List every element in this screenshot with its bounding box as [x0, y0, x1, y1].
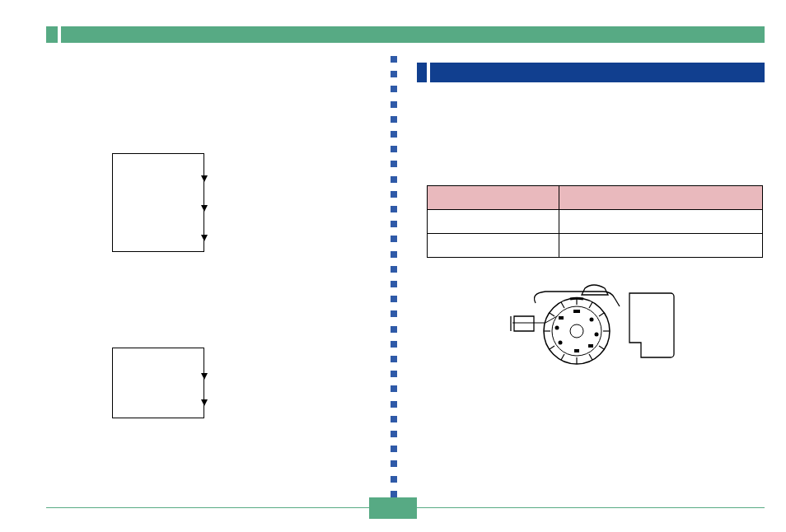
table-header-row	[428, 186, 763, 210]
chapter-title-notch	[46, 26, 58, 43]
svg-rect-19	[574, 349, 579, 352]
section-header-notch	[417, 63, 427, 82]
flow-diagram-2	[112, 348, 204, 418]
arrow-down-icon	[201, 235, 208, 241]
arrow-down-icon	[201, 175, 208, 182]
svg-rect-18	[588, 344, 593, 348]
page-number-badge	[369, 497, 417, 519]
arrow-down-icon	[201, 373, 208, 380]
table-row	[428, 210, 763, 234]
table-header-cell	[428, 186, 559, 210]
arrow-down-icon	[201, 399, 208, 406]
table-header-cell	[559, 186, 762, 210]
table-cell	[428, 210, 559, 234]
camera-mode-dial-illustration	[506, 280, 685, 371]
svg-point-16	[590, 318, 594, 322]
svg-point-21	[555, 326, 559, 330]
camera-dial-icon	[506, 280, 685, 371]
svg-point-20	[559, 341, 563, 345]
svg-rect-22	[559, 316, 564, 320]
table-cell	[428, 234, 559, 258]
chapter-title-main	[61, 26, 765, 43]
section-header-bar	[417, 63, 765, 82]
table-row	[428, 234, 763, 258]
section-header-main	[430, 63, 765, 82]
settings-table	[427, 185, 763, 258]
table-cell	[559, 210, 762, 234]
svg-point-17	[595, 333, 599, 337]
column-divider-dots	[391, 56, 399, 497]
manual-page	[0, 0, 786, 532]
chapter-title-bar	[46, 26, 765, 43]
svg-point-0	[544, 298, 610, 364]
table-cell	[559, 234, 762, 258]
svg-rect-15	[573, 310, 580, 313]
arrow-down-icon	[201, 205, 208, 212]
flow-diagram-1	[112, 153, 204, 252]
